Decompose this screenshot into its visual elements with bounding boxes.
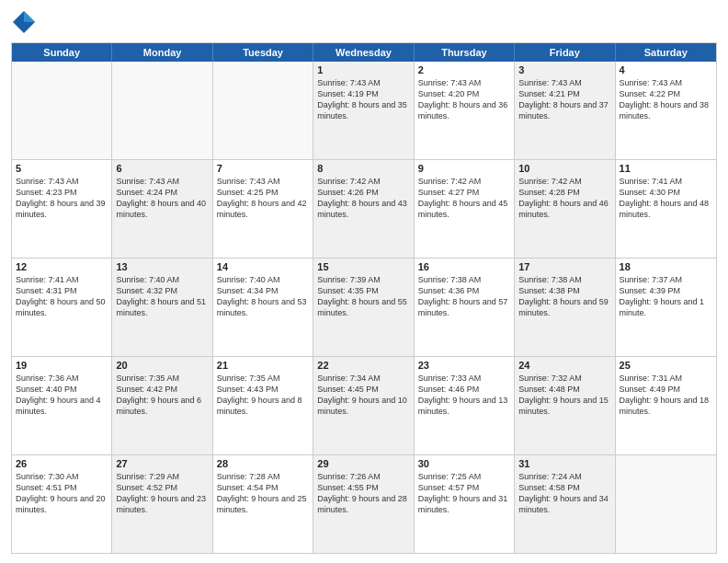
- day-number: 15: [317, 261, 409, 272]
- day-number: 9: [418, 163, 510, 174]
- day-cell-4: 4Sunrise: 7:43 AM Sunset: 4:22 PM Daylig…: [616, 62, 716, 159]
- day-number: 31: [518, 458, 610, 469]
- day-number: 18: [620, 261, 712, 272]
- day-info: Sunrise: 7:40 AM Sunset: 4:32 PM Dayligh…: [116, 274, 208, 319]
- day-info: Sunrise: 7:43 AM Sunset: 4:20 PM Dayligh…: [418, 77, 510, 122]
- day-cell-20: 20Sunrise: 7:35 AM Sunset: 4:42 PM Dayli…: [112, 357, 212, 454]
- day-header-thursday: Thursday: [415, 43, 515, 62]
- day-number: 11: [620, 163, 712, 174]
- day-info: Sunrise: 7:29 AM Sunset: 4:52 PM Dayligh…: [116, 471, 208, 516]
- empty-cell-4-6: [616, 455, 716, 553]
- day-number: 10: [518, 163, 610, 174]
- day-cell-6: 6Sunrise: 7:43 AM Sunset: 4:24 PM Daylig…: [112, 160, 212, 258]
- day-cell-28: 28Sunrise: 7:28 AM Sunset: 4:54 PM Dayli…: [213, 455, 313, 553]
- day-number: 30: [418, 458, 510, 469]
- day-header-tuesday: Tuesday: [213, 43, 313, 62]
- day-cell-29: 29Sunrise: 7:26 AM Sunset: 4:55 PM Dayli…: [313, 455, 414, 553]
- day-info: Sunrise: 7:42 AM Sunset: 4:27 PM Dayligh…: [418, 176, 510, 221]
- day-number: 25: [620, 360, 712, 371]
- day-cell-30: 30Sunrise: 7:25 AM Sunset: 4:57 PM Dayli…: [415, 455, 515, 553]
- day-header-wednesday: Wednesday: [313, 43, 414, 62]
- day-number: 28: [217, 458, 309, 469]
- day-number: 23: [418, 360, 510, 371]
- day-info: Sunrise: 7:39 AM Sunset: 4:35 PM Dayligh…: [317, 274, 409, 319]
- day-info: Sunrise: 7:35 AM Sunset: 4:42 PM Dayligh…: [116, 373, 208, 418]
- day-number: 21: [217, 360, 309, 371]
- day-number: 19: [16, 360, 108, 371]
- day-number: 1: [317, 64, 409, 75]
- day-number: 22: [317, 360, 409, 371]
- day-number: 5: [16, 163, 108, 174]
- day-cell-16: 16Sunrise: 7:38 AM Sunset: 4:36 PM Dayli…: [415, 259, 515, 356]
- day-info: Sunrise: 7:33 AM Sunset: 4:46 PM Dayligh…: [418, 373, 510, 418]
- day-number: 3: [518, 64, 610, 75]
- day-info: Sunrise: 7:43 AM Sunset: 4:21 PM Dayligh…: [518, 77, 610, 122]
- day-info: Sunrise: 7:36 AM Sunset: 4:40 PM Dayligh…: [16, 373, 108, 418]
- day-number: 24: [518, 360, 610, 371]
- day-cell-14: 14Sunrise: 7:40 AM Sunset: 4:34 PM Dayli…: [213, 259, 313, 356]
- day-info: Sunrise: 7:43 AM Sunset: 4:25 PM Dayligh…: [217, 176, 309, 221]
- calendar: SundayMondayTuesdayWednesdayThursdayFrid…: [11, 42, 717, 554]
- calendar-row-1: 1Sunrise: 7:43 AM Sunset: 4:19 PM Daylig…: [12, 62, 716, 159]
- day-cell-5: 5Sunrise: 7:43 AM Sunset: 4:23 PM Daylig…: [12, 160, 112, 258]
- day-info: Sunrise: 7:34 AM Sunset: 4:45 PM Dayligh…: [317, 373, 409, 418]
- day-header-friday: Friday: [515, 43, 615, 62]
- svg-marker-1: [24, 11, 35, 22]
- day-number: 12: [16, 261, 108, 272]
- day-cell-23: 23Sunrise: 7:33 AM Sunset: 4:46 PM Dayli…: [415, 357, 515, 454]
- day-cell-21: 21Sunrise: 7:35 AM Sunset: 4:43 PM Dayli…: [213, 357, 313, 454]
- day-info: Sunrise: 7:28 AM Sunset: 4:54 PM Dayligh…: [217, 471, 309, 516]
- calendar-header: SundayMondayTuesdayWednesdayThursdayFrid…: [12, 43, 716, 62]
- day-number: 27: [116, 458, 208, 469]
- day-cell-19: 19Sunrise: 7:36 AM Sunset: 4:40 PM Dayli…: [12, 357, 112, 454]
- day-cell-22: 22Sunrise: 7:34 AM Sunset: 4:45 PM Dayli…: [313, 357, 414, 454]
- day-cell-13: 13Sunrise: 7:40 AM Sunset: 4:32 PM Dayli…: [112, 259, 212, 356]
- day-cell-3: 3Sunrise: 7:43 AM Sunset: 4:21 PM Daylig…: [515, 62, 615, 159]
- calendar-row-5: 26Sunrise: 7:30 AM Sunset: 4:51 PM Dayli…: [12, 454, 716, 553]
- day-number: 4: [620, 64, 712, 75]
- day-cell-18: 18Sunrise: 7:37 AM Sunset: 4:39 PM Dayli…: [616, 259, 716, 356]
- day-info: Sunrise: 7:41 AM Sunset: 4:31 PM Dayligh…: [16, 274, 108, 319]
- day-number: 7: [217, 163, 309, 174]
- day-cell-12: 12Sunrise: 7:41 AM Sunset: 4:31 PM Dayli…: [12, 259, 112, 356]
- day-cell-24: 24Sunrise: 7:32 AM Sunset: 4:48 PM Dayli…: [515, 357, 615, 454]
- main-container: SundayMondayTuesdayWednesdayThursdayFrid…: [0, 0, 728, 563]
- day-info: Sunrise: 7:41 AM Sunset: 4:30 PM Dayligh…: [620, 176, 712, 221]
- day-cell-27: 27Sunrise: 7:29 AM Sunset: 4:52 PM Dayli…: [112, 455, 212, 553]
- day-number: 20: [116, 360, 208, 371]
- day-info: Sunrise: 7:40 AM Sunset: 4:34 PM Dayligh…: [217, 274, 309, 319]
- day-cell-11: 11Sunrise: 7:41 AM Sunset: 4:30 PM Dayli…: [616, 160, 716, 258]
- day-info: Sunrise: 7:43 AM Sunset: 4:23 PM Dayligh…: [16, 176, 108, 221]
- day-cell-8: 8Sunrise: 7:42 AM Sunset: 4:26 PM Daylig…: [313, 160, 414, 258]
- calendar-body: 1Sunrise: 7:43 AM Sunset: 4:19 PM Daylig…: [12, 62, 716, 553]
- day-info: Sunrise: 7:38 AM Sunset: 4:36 PM Dayligh…: [418, 274, 510, 319]
- day-cell-26: 26Sunrise: 7:30 AM Sunset: 4:51 PM Dayli…: [12, 455, 112, 553]
- day-number: 8: [317, 163, 409, 174]
- day-info: Sunrise: 7:42 AM Sunset: 4:26 PM Dayligh…: [317, 176, 409, 221]
- day-header-monday: Monday: [112, 43, 212, 62]
- day-info: Sunrise: 7:24 AM Sunset: 4:58 PM Dayligh…: [518, 471, 610, 516]
- day-header-saturday: Saturday: [616, 43, 716, 62]
- logo: [11, 9, 40, 35]
- day-info: Sunrise: 7:31 AM Sunset: 4:49 PM Dayligh…: [620, 373, 712, 418]
- day-number: 16: [418, 261, 510, 272]
- day-number: 14: [217, 261, 309, 272]
- day-info: Sunrise: 7:42 AM Sunset: 4:28 PM Dayligh…: [518, 176, 610, 221]
- day-cell-10: 10Sunrise: 7:42 AM Sunset: 4:28 PM Dayli…: [515, 160, 615, 258]
- day-number: 13: [116, 261, 208, 272]
- day-cell-17: 17Sunrise: 7:38 AM Sunset: 4:38 PM Dayli…: [515, 259, 615, 356]
- day-info: Sunrise: 7:43 AM Sunset: 4:19 PM Dayligh…: [317, 77, 409, 122]
- day-info: Sunrise: 7:38 AM Sunset: 4:38 PM Dayligh…: [518, 274, 610, 319]
- empty-cell-0-0: [12, 62, 112, 159]
- calendar-row-2: 5Sunrise: 7:43 AM Sunset: 4:23 PM Daylig…: [12, 159, 716, 258]
- day-info: Sunrise: 7:43 AM Sunset: 4:24 PM Dayligh…: [116, 176, 208, 221]
- day-info: Sunrise: 7:26 AM Sunset: 4:55 PM Dayligh…: [317, 471, 409, 516]
- day-cell-7: 7Sunrise: 7:43 AM Sunset: 4:25 PM Daylig…: [213, 160, 313, 258]
- day-cell-15: 15Sunrise: 7:39 AM Sunset: 4:35 PM Dayli…: [313, 259, 414, 356]
- day-header-sunday: Sunday: [12, 43, 112, 62]
- calendar-row-4: 19Sunrise: 7:36 AM Sunset: 4:40 PM Dayli…: [12, 356, 716, 454]
- day-number: 29: [317, 458, 409, 469]
- logo-icon: [11, 9, 37, 35]
- day-number: 26: [16, 458, 108, 469]
- day-number: 17: [518, 261, 610, 272]
